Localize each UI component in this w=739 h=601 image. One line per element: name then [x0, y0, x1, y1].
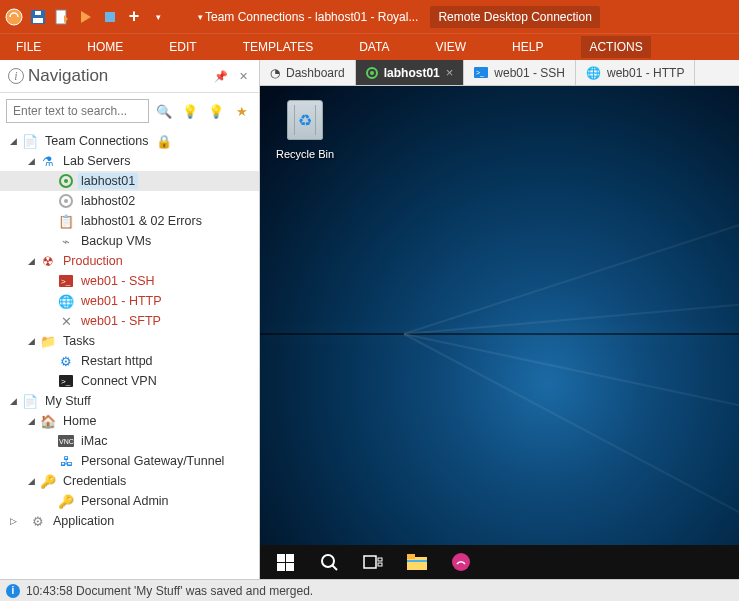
tree-label: My Stuff — [42, 393, 94, 409]
tree-labhost-errors[interactable]: 📋 labhost01 & 02 Errors — [0, 211, 259, 231]
menu-home[interactable]: HOME — [79, 36, 131, 58]
app-pinned-icon[interactable] — [450, 551, 472, 573]
menu-edit[interactable]: EDIT — [161, 36, 204, 58]
task-view-icon[interactable] — [362, 551, 384, 573]
script-icon[interactable] — [52, 7, 72, 27]
tree-connect-vpn[interactable]: >_ Connect VPN — [0, 371, 259, 391]
svg-text:>_: >_ — [61, 377, 71, 386]
desktop-icon-recycle-bin[interactable]: ♻ Recycle Bin — [270, 100, 340, 162]
document-tab-rdc[interactable]: Remote Desktop Connection — [430, 6, 599, 28]
play-icon[interactable] — [76, 7, 96, 27]
tree-label: Personal Admin — [78, 493, 172, 509]
start-button[interactable] — [274, 551, 296, 573]
http-icon: 🌐 — [586, 66, 601, 80]
menu-templates[interactable]: TEMPLATES — [235, 36, 321, 58]
search-input[interactable] — [6, 99, 149, 123]
tree-my-stuff[interactable]: ◢ 📄 My Stuff — [0, 391, 259, 411]
tree-label: web01 - SFTP — [78, 313, 164, 329]
tree-team-connections[interactable]: ◢ 📄 Team Connections 🔒 — [0, 131, 259, 151]
star-icon[interactable]: ★ — [231, 100, 253, 122]
expander-icon[interactable]: ◢ — [8, 396, 18, 406]
svg-text:>_: >_ — [476, 69, 484, 77]
tree-label: web01 - HTTP — [78, 293, 165, 309]
menu-help[interactable]: HELP — [504, 36, 551, 58]
tree-labhost01[interactable]: labhost01 — [0, 171, 259, 191]
tree-web01-http[interactable]: 🌐 web01 - HTTP — [0, 291, 259, 311]
menu-view[interactable]: VIEW — [427, 36, 474, 58]
tree-web01-ssh[interactable]: >_ web01 - SSH — [0, 271, 259, 291]
expander-icon[interactable]: ◢ — [26, 336, 36, 346]
expander-icon[interactable]: ◢ — [26, 416, 36, 426]
tab-web01-ssh[interactable]: >_ web01 - SSH — [464, 60, 576, 85]
expander-icon[interactable]: ◢ — [26, 256, 36, 266]
radiation-icon: ☢ — [40, 253, 56, 269]
folder-icon: 📁 — [40, 333, 56, 349]
bulb-yellow-icon[interactable]: 💡 — [179, 100, 201, 122]
tree-label: Lab Servers — [60, 153, 133, 169]
remote-desktop-view[interactable]: ♻ Recycle Bin — [260, 86, 739, 579]
vnc-icon: VNC — [58, 433, 74, 449]
svg-rect-2 — [33, 18, 43, 23]
tree-labhost02[interactable]: labhost02 — [0, 191, 259, 211]
stop-icon[interactable] — [100, 7, 120, 27]
tree-home[interactable]: ◢ 🏠 Home — [0, 411, 259, 431]
menu-actions[interactable]: ACTIONS — [581, 36, 650, 58]
content-area: ◔ Dashboard labhost01 × >_ web01 - SSH 🌐… — [260, 60, 739, 579]
tree-label: web01 - SSH — [78, 273, 158, 289]
disconnected-icon — [58, 193, 74, 209]
recycle-bin-icon: ♻ — [287, 100, 323, 140]
navigation-tree: ◢ 📄 Team Connections 🔒 ◢ ⚗ Lab Servers l… — [0, 129, 259, 579]
save-icon[interactable] — [28, 7, 48, 27]
gauge-icon: ◔ — [270, 66, 280, 80]
tree-label: Credentials — [60, 473, 129, 489]
expander-icon[interactable]: ▷ — [8, 516, 18, 526]
close-panel-icon[interactable]: ✕ — [235, 68, 251, 84]
tab-labhost01[interactable]: labhost01 × — [356, 60, 465, 85]
menu-file[interactable]: FILE — [8, 36, 49, 58]
connected-icon — [58, 173, 74, 189]
tree-label: Restart httpd — [78, 353, 156, 369]
tree-label: Backup VMs — [78, 233, 154, 249]
gateway-icon: 🖧 — [58, 453, 74, 469]
expander-icon[interactable]: ◢ — [26, 156, 36, 166]
tab-web01-http[interactable]: 🌐 web01 - HTTP — [576, 60, 695, 85]
expander-icon[interactable]: ◢ — [26, 476, 36, 486]
desktop-icon-label: Recycle Bin — [276, 148, 334, 160]
tree-tasks[interactable]: ◢ 📁 Tasks — [0, 331, 259, 351]
document-tab-team-connections[interactable]: ▾ Team Connections - labhost01 - Royal..… — [190, 6, 426, 28]
ssh-icon: >_ — [474, 67, 488, 78]
tree-imac[interactable]: VNC iMac — [0, 431, 259, 451]
tree-production[interactable]: ◢ ☢ Production — [0, 251, 259, 271]
svg-point-0 — [6, 9, 22, 25]
tree-personal-gateway[interactable]: 🖧 Personal Gateway/Tunnel — [0, 451, 259, 471]
file-explorer-icon[interactable] — [406, 551, 428, 573]
close-icon[interactable]: × — [446, 65, 454, 80]
bulb-grey-icon[interactable]: 💡 — [205, 100, 227, 122]
tree-label: Connect VPN — [78, 373, 160, 389]
windows-taskbar — [260, 545, 739, 579]
pin-icon[interactable]: 📌 — [213, 68, 229, 84]
add-icon[interactable]: + — [124, 7, 144, 27]
menu-data[interactable]: DATA — [351, 36, 397, 58]
search-icon[interactable]: 🔍 — [153, 100, 175, 122]
tree-label: Team Connections — [42, 133, 152, 149]
flask-icon: ⚗ — [40, 153, 56, 169]
tab-dashboard[interactable]: ◔ Dashboard — [260, 60, 356, 85]
cortana-search-icon[interactable] — [318, 551, 340, 573]
tree-restart-httpd[interactable]: ⚙ Restart httpd — [0, 351, 259, 371]
tree-credentials[interactable]: ◢ 🔑 Credentials — [0, 471, 259, 491]
tree-application[interactable]: ▷ ⚙ Application — [0, 511, 259, 531]
info-icon: i — [8, 68, 24, 84]
tree-lab-servers[interactable]: ◢ ⚗ Lab Servers — [0, 151, 259, 171]
tree-web01-sftp[interactable]: ✕ web01 - SFTP — [0, 311, 259, 331]
expander-icon[interactable]: ◢ — [8, 136, 18, 146]
quickaccess-dropdown-icon[interactable]: ▾ — [148, 7, 168, 27]
tree-backup-vms[interactable]: ⌁ Backup VMs — [0, 231, 259, 251]
tree-label: labhost02 — [78, 193, 138, 209]
navigation-title: Navigation — [28, 66, 207, 86]
svg-point-17 — [370, 71, 374, 75]
svg-rect-3 — [35, 11, 41, 15]
rdp-icon — [366, 67, 378, 79]
menubar: FILE HOME EDIT TEMPLATES DATA VIEW HELP … — [0, 33, 739, 60]
tree-personal-admin[interactable]: 🔑 Personal Admin — [0, 491, 259, 511]
